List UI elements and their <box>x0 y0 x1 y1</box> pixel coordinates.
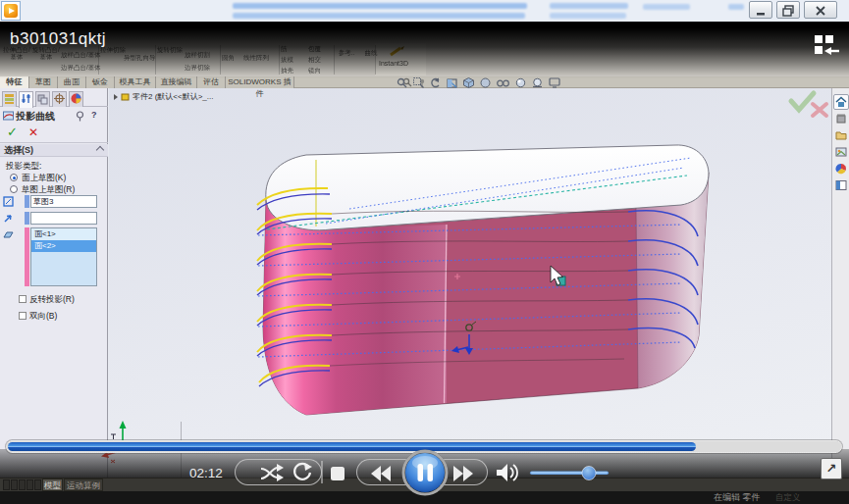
propertymanager-tab[interactable] <box>19 91 33 108</box>
player-favicon-icon <box>1 1 21 21</box>
configurationmanager-icon <box>36 92 49 105</box>
view-orientation-icon[interactable] <box>463 77 474 88</box>
play-icon <box>4 4 18 18</box>
model-tab[interactable]: 模型 <box>42 479 63 491</box>
bidirectional-checkbox[interactable] <box>19 312 27 320</box>
help-icon[interactable]: ? <box>91 110 97 120</box>
bidirectional-label[interactable]: 双向(B) <box>29 311 57 323</box>
tab-nav-last-button[interactable] <box>27 479 33 490</box>
window-close-button[interactable] <box>804 1 837 19</box>
fullscreen-button[interactable]: ↗ <box>821 458 842 479</box>
volume-controls <box>495 459 622 488</box>
sketch-select-icon <box>3 196 14 207</box>
apply-scene-icon[interactable] <box>532 77 543 88</box>
blurred-link <box>233 3 527 9</box>
design-library-button[interactable] <box>833 111 849 126</box>
keep-visible-pin-icon[interactable] <box>75 111 85 122</box>
shuffle-button[interactable] <box>257 461 287 483</box>
graphics-viewport[interactable] <box>109 88 831 478</box>
window-minimize-button[interactable] <box>749 1 772 19</box>
collapse-chevron-icon[interactable] <box>96 146 104 154</box>
dimxpertmanager-tab[interactable] <box>52 91 67 107</box>
face-select-icon <box>3 229 14 240</box>
window-restore-button[interactable] <box>776 1 800 19</box>
controls-divider <box>321 461 323 483</box>
resources-button[interactable] <box>833 94 849 110</box>
part-icon <box>121 92 130 101</box>
video-title-overlay: b301031qktj <box>0 22 849 78</box>
face-list-item[interactable]: 面<1> <box>31 228 96 240</box>
face-selection-list[interactable]: 面<1> 面<2> <box>30 227 97 286</box>
selection-group-header[interactable]: 选择(S) <box>0 144 108 157</box>
tab-nav-next-button[interactable] <box>19 479 26 490</box>
zoom-area-icon[interactable] <box>413 77 424 88</box>
heads-up-toolbar <box>397 77 560 88</box>
properties-panel-icon <box>835 179 847 191</box>
reverse-projection-label[interactable]: 反转投影(R) <box>29 294 75 306</box>
zoom-fit-icon[interactable] <box>397 77 407 88</box>
face-list-item-selected[interactable]: 面<2> <box>31 240 96 252</box>
radio-sketch-on-sketch[interactable] <box>10 185 18 193</box>
tab-nav-menu-button[interactable] <box>34 479 41 490</box>
section-view-icon[interactable] <box>447 77 457 88</box>
display-style-icon[interactable] <box>480 77 491 88</box>
direction-selection-field[interactable] <box>30 212 97 225</box>
file-explorer-button[interactable] <box>833 127 849 143</box>
video-progress-fill <box>8 442 696 451</box>
motion-study-tab[interactable]: 运动算例1 <box>64 479 103 491</box>
direction-field-bar <box>25 212 29 225</box>
custom-properties-button[interactable] <box>833 177 849 193</box>
minimize-icon <box>756 5 766 17</box>
task-pane-strip <box>831 88 849 478</box>
pause-button[interactable] <box>398 447 452 502</box>
previous-view-icon[interactable] <box>430 77 441 88</box>
manager-tab-strip <box>0 90 108 107</box>
screen: 拉伸凸台/基体 旋转凸台/基体 放样凸台/基体 边界凸台/基体 拉伸切除 异型孔… <box>0 0 849 504</box>
flyout-arrow-icon[interactable] <box>114 94 118 100</box>
palette-icon <box>835 146 847 158</box>
configurationmanager-tab[interactable] <box>35 91 50 107</box>
home-icon <box>835 96 847 108</box>
radio-sketch-on-face-label[interactable]: 面上草图(K) <box>22 173 66 184</box>
reverse-projection-checkbox[interactable] <box>19 295 27 303</box>
projected-curve-icon <box>3 110 14 121</box>
stop-button[interactable] <box>331 467 345 480</box>
blurred-link <box>550 13 626 19</box>
tab-nav-prev-button[interactable] <box>11 479 18 490</box>
dimxpert-icon <box>53 92 66 105</box>
blurred-link <box>643 4 690 10</box>
rewind-button[interactable] <box>367 465 395 482</box>
property-manager-title: 投影曲线 <box>16 110 55 124</box>
view-palette-button[interactable] <box>833 144 849 160</box>
video-title: b301031qktj <box>10 29 106 49</box>
hide-show-items-icon[interactable] <box>497 77 509 88</box>
breadcrumb-label: 零件2 (默认<<默认>_... <box>133 91 213 102</box>
status-custom-label[interactable]: 自定义 <box>775 491 801 504</box>
sketch-selection-field[interactable]: 草图3 <box>30 195 97 208</box>
volume-knob[interactable] <box>582 467 596 480</box>
color-wheel-icon <box>835 163 847 175</box>
featuremanager-tab[interactable] <box>2 91 17 107</box>
direction-arrow-icon <box>3 213 14 224</box>
displaymanager-icon <box>70 92 82 105</box>
ok-button[interactable]: ✓ <box>7 125 18 139</box>
divider <box>0 142 108 143</box>
edit-appearance-icon[interactable] <box>515 77 526 88</box>
view-settings-icon[interactable] <box>549 77 560 88</box>
repeat-button[interactable] <box>291 461 314 483</box>
displaymanager-tab[interactable] <box>69 91 83 107</box>
sketch-field-bar <box>25 195 29 208</box>
featuremanager-icon <box>3 92 16 105</box>
blurred-link <box>728 4 744 10</box>
cancel-button[interactable]: ✕ <box>28 126 38 139</box>
status-editing-label: 在编辑 零件 <box>714 491 761 504</box>
browser-strip <box>0 0 849 22</box>
tab-nav-first-button[interactable] <box>3 479 10 490</box>
appearances-button[interactable] <box>833 161 849 176</box>
fast-forward-button[interactable] <box>450 465 477 482</box>
propertymanager-icon <box>20 92 32 105</box>
volume-icon[interactable] <box>497 464 517 481</box>
time-display: 02:12 <box>189 466 223 480</box>
feature-tree-breadcrumb[interactable]: 零件2 (默认<<默认>_... <box>114 91 213 102</box>
radio-sketch-on-face[interactable] <box>10 174 18 181</box>
